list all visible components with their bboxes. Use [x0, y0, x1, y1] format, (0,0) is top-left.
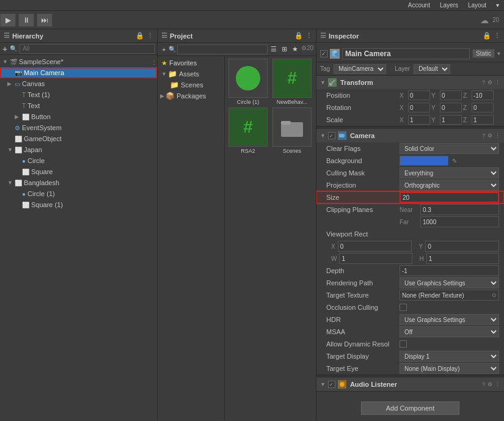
scale-y-label: Y	[431, 117, 439, 123]
vp-w-input[interactable]	[339, 253, 412, 264]
packages-folder[interactable]: ▶ 📦 Packages	[158, 90, 224, 101]
project-search-input[interactable]	[177, 45, 267, 54]
hierarchy-search-input[interactable]	[20, 44, 155, 54]
go-name-input[interactable]	[342, 48, 470, 59]
rendering-path-dropdown[interactable]: Use Graphics Settings	[400, 277, 499, 288]
pos-z-input[interactable]	[472, 90, 494, 100]
tree-item-circle1[interactable]: ● Circle (1)	[0, 188, 157, 199]
play-button[interactable]: ▶	[0, 13, 16, 27]
scale-y-input[interactable]	[440, 115, 462, 125]
tree-item-eventsystem[interactable]: ⚙ EventSystem	[0, 122, 157, 133]
layers-menu[interactable]: Layers	[440, 2, 458, 9]
static-button[interactable]: Static	[472, 49, 495, 58]
tree-item-gameobject[interactable]: ⬜ GameObject	[0, 133, 157, 144]
transform-help[interactable]: ?	[482, 79, 485, 86]
camera-settings[interactable]: ⚙	[488, 133, 492, 139]
tree-item-square[interactable]: ⬜ Square	[0, 166, 157, 177]
scale-z-input[interactable]	[472, 115, 494, 125]
asset-newbehav[interactable]: # NewBehav...	[271, 59, 313, 105]
scale-x-input[interactable]	[408, 115, 430, 125]
project-dots[interactable]: ⋮	[305, 32, 312, 40]
culling-mask-dropdown[interactable]: Everything	[400, 167, 499, 178]
camera-header[interactable]: ▼ ✓ Camera ? ⚙ ⋮	[316, 129, 504, 142]
clear-flags-dropdown[interactable]: Solid Color	[400, 143, 499, 154]
tree-item-circle[interactable]: ● Circle	[0, 155, 157, 166]
asset-rsa2[interactable]: # RSA2	[227, 108, 269, 154]
inspector-dots[interactable]: ⋮	[494, 32, 500, 40]
add-component-button[interactable]: Add Component	[361, 401, 460, 415]
hdr-dropdown[interactable]: Use Graphics Settings	[400, 314, 499, 325]
target-eye-dropdown[interactable]: None (Main Display)	[400, 363, 499, 374]
scenes-folder[interactable]: 📁 Scenes	[158, 79, 224, 90]
background-row: Background ✎	[316, 155, 504, 167]
circle-icon: ●	[22, 158, 26, 164]
audio-settings[interactable]: ⚙	[488, 381, 492, 387]
tree-item-square1[interactable]: ⬜ Square (1)	[0, 199, 157, 210]
audio-enable-checkbox[interactable]: ✓	[328, 381, 335, 388]
occlusion-culling-checkbox[interactable]	[400, 304, 407, 311]
project-fav-btn[interactable]: ★	[290, 45, 300, 54]
tree-item-japan[interactable]: ▼ ⬜ Japan	[0, 144, 157, 155]
static-dropdown-arrow[interactable]: ▾	[497, 50, 500, 57]
project-lock[interactable]: 🔒	[294, 32, 303, 40]
layout-dropdown-arrow[interactable]: ▾	[496, 2, 499, 9]
rot-y-input[interactable]	[440, 103, 462, 112]
size-input[interactable]	[400, 192, 499, 203]
audio-arrow: ▼	[320, 381, 326, 387]
tree-item-button[interactable]: ▶ ⬜ Button	[0, 111, 157, 122]
camera-help[interactable]: ?	[482, 133, 485, 139]
camera-enable-checkbox[interactable]: ✓	[328, 132, 335, 139]
transform-settings[interactable]: ⚙	[488, 79, 492, 86]
msaa-dropdown[interactable]: Off	[400, 326, 499, 337]
transform-dots[interactable]: ⋮	[495, 79, 500, 86]
projection-value: Orthographic	[400, 180, 499, 191]
go-active-checkbox[interactable]: ✓	[320, 50, 327, 57]
pos-y-input[interactable]	[440, 90, 462, 100]
background-color-edit[interactable]: ✎	[452, 158, 457, 164]
rot-z-input[interactable]	[472, 103, 494, 112]
tree-item-text1[interactable]: T Text (1)	[0, 89, 157, 100]
assets-folder[interactable]: ▼ 📁 Assets	[158, 68, 224, 79]
audio-listener-header[interactable]: ▼ ✓ Audio Listener ? ⚙ ⋮	[316, 378, 504, 391]
samplescene-dots[interactable]: ⋮	[151, 59, 157, 65]
audio-help[interactable]: ?	[482, 381, 485, 387]
allow-dynamic-checkbox[interactable]	[400, 340, 407, 348]
tree-item-bangladesh[interactable]: ▼ ⬜ Bangladesh	[0, 177, 157, 188]
audio-dots[interactable]: ⋮	[495, 381, 500, 387]
project-grid-view[interactable]: ⊞	[280, 45, 289, 54]
target-texture-ref[interactable]: None (Render Texture) ⊙	[400, 290, 499, 301]
background-color-swatch[interactable]	[400, 156, 448, 166]
vp-x-input[interactable]	[338, 241, 412, 252]
pos-x-input[interactable]	[408, 90, 430, 100]
depth-input[interactable]	[400, 265, 499, 276]
project-list-view[interactable]: ☰	[269, 45, 279, 54]
asset-circle1[interactable]: Circle (1)	[227, 59, 269, 105]
transform-header[interactable]: ▼ Transform ? ⚙ ⋮	[316, 76, 504, 89]
hierarchy-lock[interactable]: 🔒	[136, 32, 144, 40]
tag-dropdown[interactable]: MainCamera	[334, 64, 386, 74]
asset-scenes[interactable]: Scenes	[271, 108, 313, 154]
target-texture-pick[interactable]: ⊙	[492, 292, 497, 298]
layer-dropdown[interactable]: Default	[414, 64, 450, 74]
camera-dots[interactable]: ⋮	[495, 133, 500, 139]
inspector-lock[interactable]: 🔒	[483, 32, 491, 40]
hierarchy-dots[interactable]: ⋮	[147, 32, 153, 40]
target-display-dropdown[interactable]: Display 1	[400, 351, 499, 362]
account-menu[interactable]: Account	[408, 2, 430, 9]
pause-button[interactable]: ⏸	[18, 13, 34, 27]
hierarchy-add-btn[interactable]: +	[2, 44, 7, 54]
tree-item-maincamera[interactable]: 📷 Main Camera	[0, 67, 157, 78]
vp-y-input[interactable]	[425, 241, 499, 252]
tree-item-samplescene[interactable]: ▼ 🎬 SampleScene* ⋮	[0, 56, 157, 67]
tree-item-canvas[interactable]: ▶ ▭ Canvas	[0, 78, 157, 89]
step-button[interactable]: ⏭	[37, 13, 53, 27]
rot-x-input[interactable]	[408, 103, 430, 112]
projection-dropdown[interactable]: Orthographic	[400, 180, 499, 191]
project-add-btn[interactable]: +	[160, 45, 167, 54]
tree-item-text[interactable]: T Text	[0, 100, 157, 111]
vp-h-input[interactable]	[426, 253, 499, 264]
main-layout: ☰ Hierarchy 🔒 ⋮ + 🔍 ▼ 🎬 SampleScene* ⋮ 📷…	[0, 29, 504, 421]
layout-menu[interactable]: Layout	[468, 2, 486, 9]
far-input[interactable]	[420, 216, 499, 227]
near-input[interactable]	[420, 204, 499, 215]
